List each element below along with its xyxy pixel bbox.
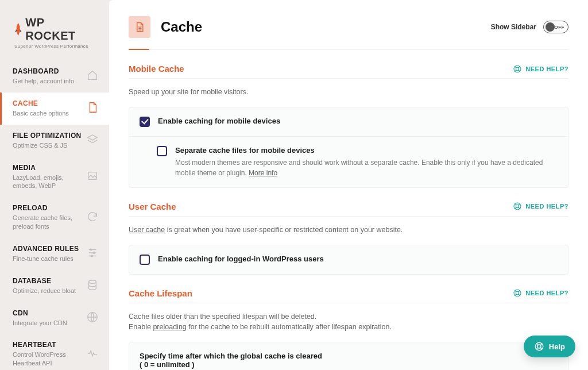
svg-point-13 xyxy=(537,345,541,348)
section-mobile-cache: Mobile Cache NEED HELP? Speed up your si… xyxy=(129,64,568,188)
lifebuoy-icon xyxy=(513,64,522,74)
sidebar-item-media[interactable]: MEDIALazyLoad, emojis, embeds, WebP xyxy=(0,157,109,198)
user-cache-card: Enable caching for logged-in WordPress u… xyxy=(129,245,568,275)
nav-subtitle: Optimize CSS & JS xyxy=(13,141,82,150)
nav-title: FILE OPTIMIZATION xyxy=(13,132,82,140)
logo: WP ROCKET Superior WordPress Performance xyxy=(0,16,109,60)
mobile-cache-desc: Speed up your site for mobile visitors. xyxy=(129,87,568,98)
setting-enable-user-cache: Enable caching for logged-in WordPress u… xyxy=(129,245,568,274)
checkbox-enable-mobile-cache[interactable] xyxy=(140,117,150,127)
logo-tagline: Superior WordPress Performance xyxy=(14,44,95,49)
sidebar-item-preload[interactable]: PRELOADGenerate cache files, preload fon… xyxy=(0,197,109,238)
user-cache-desc: User cache is great when you have user-s… xyxy=(129,225,568,236)
user-cache-link[interactable]: User cache xyxy=(129,226,165,234)
help-fab-label: Help xyxy=(549,342,565,351)
need-help-label: NEED HELP? xyxy=(525,65,568,72)
help-link-cache-lifespan[interactable]: NEED HELP? xyxy=(513,288,568,298)
cache-lifespan-sub: ( 0 = unlimited ) xyxy=(140,360,322,369)
nav-title: CACHE xyxy=(13,99,69,107)
refresh-icon xyxy=(86,210,99,225)
file-icon xyxy=(134,21,145,33)
section-title-mobile-cache: Mobile Cache xyxy=(129,64,184,74)
separate-cache-label: Separate cache files for mobile devices xyxy=(175,146,558,155)
nav-title: HEARTBEAT xyxy=(13,341,86,349)
cache-lifespan-label: Specify time after which the global cach… xyxy=(140,352,322,360)
nav-subtitle: Integrate your CDN xyxy=(13,319,67,327)
logo-text-wp: WP xyxy=(25,16,44,29)
lifebuoy-icon xyxy=(513,202,522,211)
svg-point-9 xyxy=(516,205,519,208)
nav-title: DASHBOARD xyxy=(13,67,74,75)
section-title-cache-lifespan: Cache Lifespan xyxy=(129,288,192,298)
checkbox-separate-cache[interactable] xyxy=(157,146,167,156)
nav-title: CDN xyxy=(13,309,67,317)
nav-subtitle: LazyLoad, emojis, embeds, WebP xyxy=(13,174,86,191)
cache-lifespan-desc: Cache files older than the specified lif… xyxy=(129,311,568,333)
sidebar-item-dashboard[interactable]: DASHBOARDGet help, account info xyxy=(0,60,109,92)
svg-point-4 xyxy=(89,280,96,283)
nav-title: MEDIA xyxy=(13,164,86,172)
heartbeat-icon xyxy=(86,347,99,362)
svg-rect-0 xyxy=(88,172,97,179)
lifebuoy-icon xyxy=(534,341,544,352)
nav-subtitle: Optimize, reduce bloat xyxy=(13,287,76,295)
cache-lifespan-card: Specify time after which the global cach… xyxy=(129,342,568,370)
globe-icon xyxy=(86,311,99,326)
setting-cache-lifespan: Specify time after which the global cach… xyxy=(129,342,568,370)
need-help-label: NEED HELP? xyxy=(525,290,568,296)
enable-mobile-cache-label: Enable caching for mobile devices xyxy=(158,117,280,125)
page-title: Cache xyxy=(161,19,202,35)
section-title-user-cache: User Cache xyxy=(129,202,176,211)
nav-list: DASHBOARDGet help, account infoCACHEBasi… xyxy=(0,60,109,370)
sidebar-item-cdn[interactable]: CDNIntegrate your CDN xyxy=(0,302,109,334)
nav-subtitle: Get help, account info xyxy=(13,77,74,86)
lifebuoy-icon xyxy=(513,288,522,298)
rocket-icon xyxy=(14,22,22,37)
help-link-mobile-cache[interactable]: NEED HELP? xyxy=(513,64,568,74)
nav-subtitle: Fine-tune cache rules xyxy=(13,255,79,263)
nav-title: PRELOAD xyxy=(13,204,86,212)
nav-subtitle: Generate cache files, preload fonts xyxy=(13,214,86,231)
sliders-icon xyxy=(86,246,99,261)
svg-point-11 xyxy=(516,291,519,294)
toggle-state-label: OFF xyxy=(555,25,565,30)
help-fab[interactable]: Help xyxy=(524,336,575,357)
setting-enable-mobile-cache: Enable caching for mobile devices xyxy=(129,107,568,136)
sidebar-item-advanced-rules[interactable]: ADVANCED RULESFine-tune cache rules xyxy=(0,238,109,270)
setting-separate-cache: Separate cache files for mobile devices … xyxy=(129,136,568,187)
checkbox-enable-user-cache[interactable] xyxy=(140,255,150,265)
nav-title: DATABASE xyxy=(13,277,76,285)
section-cache-lifespan: Cache Lifespan NEED HELP? Cache files ol… xyxy=(129,288,568,371)
nav-subtitle: Basic cache options xyxy=(13,109,69,118)
sidebar-item-database[interactable]: DATABASEOptimize, reduce bloat xyxy=(0,270,109,302)
image-icon xyxy=(86,169,99,184)
sidebar-item-file-optimization[interactable]: FILE OPTIMIZATIONOptimize CSS & JS xyxy=(0,125,109,157)
section-user-cache: User Cache NEED HELP? User cache is grea… xyxy=(129,202,568,275)
mobile-cache-card: Enable caching for mobile devices Separa… xyxy=(129,107,568,188)
file-icon xyxy=(86,101,99,116)
show-sidebar-toggle[interactable]: OFF xyxy=(543,21,568,33)
nav-subtitle: Control WordPress Heartbeat API xyxy=(13,350,86,368)
more-info-link[interactable]: More info xyxy=(249,169,277,177)
help-link-user-cache[interactable]: NEED HELP? xyxy=(513,202,568,211)
page-icon xyxy=(129,16,150,38)
show-sidebar-label: Show Sidebar xyxy=(491,23,536,31)
sidebar-item-heartbeat[interactable]: HEARTBEATControl WordPress Heartbeat API xyxy=(0,334,109,370)
home-icon xyxy=(86,69,99,84)
main: Cache Show Sidebar OFF Mobile Cache NEED… xyxy=(109,0,588,370)
preloading-link[interactable]: preloading xyxy=(153,323,186,331)
nav-title: ADVANCED RULES xyxy=(13,245,79,253)
svg-point-7 xyxy=(516,67,519,70)
need-help-label: NEED HELP? xyxy=(525,203,568,210)
logo-text-rocket: ROCKET xyxy=(25,29,75,42)
database-icon xyxy=(86,279,99,294)
sidebar: WP ROCKET Superior WordPress Performance… xyxy=(0,0,109,370)
separate-cache-note: Most modern themes are responsive and sh… xyxy=(175,157,558,178)
sidebar-item-cache[interactable]: CACHEBasic cache options xyxy=(0,92,109,125)
layers-icon xyxy=(86,133,99,148)
enable-user-cache-label: Enable caching for logged-in WordPress u… xyxy=(158,255,324,263)
page-header: Cache Show Sidebar OFF xyxy=(129,16,568,50)
